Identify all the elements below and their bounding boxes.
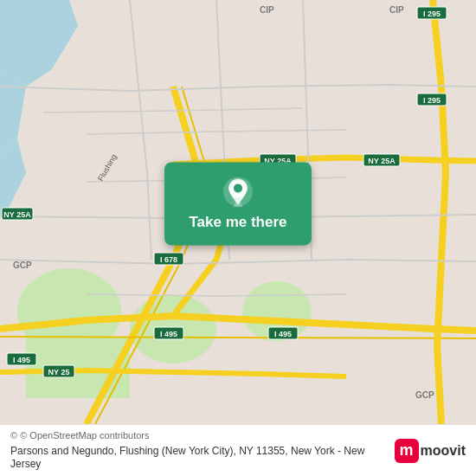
moovit-brand-text: moovit — [421, 443, 466, 459]
copyright-symbol: © — [10, 430, 20, 441]
svg-text:NY 25A: NY 25A — [3, 210, 31, 219]
svg-text:I 295: I 295 — [423, 96, 441, 105]
svg-text:GCP: GCP — [415, 390, 434, 400]
svg-text:I 495: I 495 — [160, 330, 177, 338]
svg-text:GCP: GCP — [13, 261, 32, 270]
copyright-text: © © OpenStreetMap contributors — [10, 429, 388, 442]
moovit-logo[interactable]: m moovit — [395, 439, 466, 463]
svg-text:I 495: I 495 — [13, 356, 30, 364]
svg-text:NY 25A: NY 25A — [368, 157, 396, 165]
map-container: I 678 I 495 I 495 I 295 I 295 I 495 NY 2… — [0, 0, 476, 424]
svg-text:CIP: CIP — [260, 5, 274, 15]
bottom-bar: © © OpenStreetMap contributors Parsons a… — [0, 424, 476, 476]
svg-text:I 295: I 295 — [423, 10, 441, 18]
location-pin-icon — [222, 176, 254, 207]
address-text: Parsons and Negundo, Flushing (New York … — [10, 445, 388, 472]
openstreetmap-credit: © OpenStreetMap contributors — [20, 430, 149, 441]
location-card[interactable]: Take me there — [164, 162, 312, 245]
svg-text:I 495: I 495 — [274, 330, 292, 338]
svg-point-33 — [234, 183, 242, 192]
svg-text:CIP: CIP — [389, 5, 404, 15]
take-me-there-button-label: Take me there — [189, 214, 286, 231]
moovit-m-icon: m — [395, 439, 419, 463]
bottom-text: © © OpenStreetMap contributors Parsons a… — [10, 429, 388, 472]
svg-text:I 678: I 678 — [160, 255, 177, 264]
svg-text:NY 25: NY 25 — [48, 368, 70, 376]
